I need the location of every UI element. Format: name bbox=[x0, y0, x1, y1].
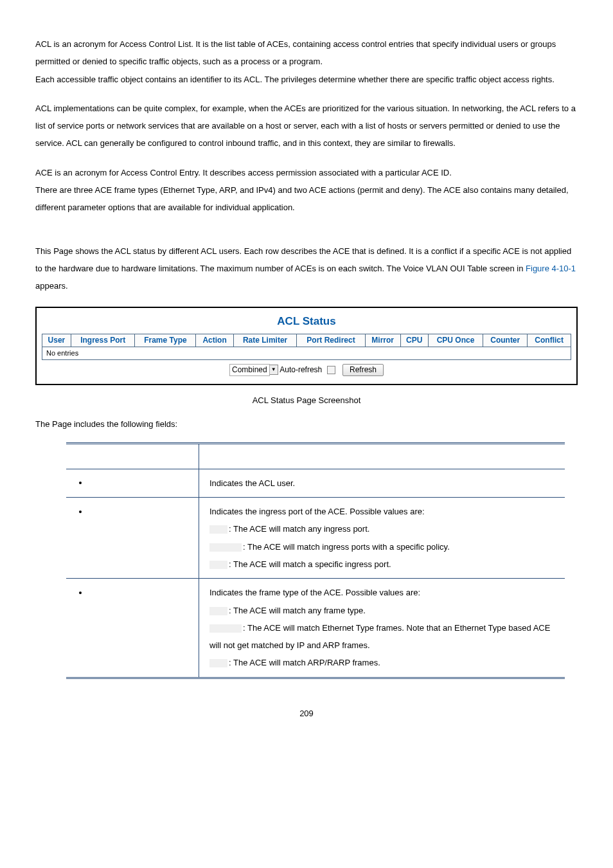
bullet-icon bbox=[79, 511, 82, 513]
col-ingress-port: Ingress Port bbox=[71, 334, 135, 347]
bullet-icon bbox=[79, 592, 82, 594]
value-placeholder-icon bbox=[209, 607, 227, 615]
table-row: Indicates the frame type of the ACE. Pos… bbox=[66, 579, 565, 678]
value-placeholder-icon bbox=[209, 624, 242, 633]
col-port-redirect: Port Redirect bbox=[297, 334, 365, 347]
screenshot-controls: Combined▼ Auto-refresh Refresh bbox=[42, 364, 571, 377]
auto-refresh-checkbox[interactable] bbox=[327, 366, 335, 374]
table-header-row: User Ingress Port Frame Type Action Rate… bbox=[42, 334, 571, 347]
field-user-label bbox=[66, 469, 199, 497]
fields-lead: The Page includes the following fields: bbox=[35, 415, 578, 433]
field-frame-label bbox=[66, 579, 199, 678]
auto-refresh-label: Auto-refresh bbox=[280, 365, 322, 374]
paragraph-page-intro: This Page shows the ACL status by differ… bbox=[35, 242, 578, 295]
field-ingress-desc: Indicates the ingress port of the ACE. P… bbox=[199, 498, 565, 579]
value-placeholder-icon bbox=[209, 659, 227, 667]
field-user-desc: Indicates the ACL user. bbox=[199, 469, 565, 497]
page-number: 209 bbox=[35, 705, 578, 722]
field-frame-desc: Indicates the frame type of the ACE. Pos… bbox=[199, 579, 565, 678]
figure-caption: ACL Status Page Screenshot bbox=[35, 392, 578, 409]
col-mirror: Mirror bbox=[365, 334, 400, 347]
table-row: Indicates the ingress port of the ACE. P… bbox=[66, 498, 565, 579]
paragraph-acl-intro: ACL is an acronym for Access Control Lis… bbox=[35, 35, 578, 88]
paragraph-acl-complex: ACL implementations can be quite complex… bbox=[35, 100, 578, 152]
fields-table: Indicates the ACL user. Indicates the in… bbox=[66, 442, 565, 679]
paragraph-ace: ACE is an acronym for Access Control Ent… bbox=[35, 164, 578, 217]
col-frame-type: Frame Type bbox=[135, 334, 196, 347]
col-cpu-once: CPU Once bbox=[428, 334, 483, 347]
bullet-icon bbox=[79, 482, 82, 484]
table-row: Indicates the ACL user. bbox=[66, 469, 565, 497]
no-entries-cell: No entries bbox=[42, 347, 571, 359]
col-counter: Counter bbox=[483, 334, 528, 347]
acl-status-table: User Ingress Port Frame Type Action Rate… bbox=[42, 334, 571, 360]
refresh-button[interactable]: Refresh bbox=[342, 364, 384, 377]
col-conflict: Conflict bbox=[528, 334, 571, 347]
col-user: User bbox=[42, 334, 71, 347]
col-action: Action bbox=[196, 334, 233, 347]
chevron-down-icon[interactable]: ▼ bbox=[270, 365, 278, 375]
field-ingress-label bbox=[66, 498, 199, 579]
table-row: No entries bbox=[42, 347, 571, 359]
figure-reference: Figure 4-10-1 bbox=[526, 264, 576, 273]
col-cpu: CPU bbox=[400, 334, 428, 347]
user-select[interactable]: Combined bbox=[229, 364, 270, 377]
fields-header-row bbox=[66, 443, 565, 469]
acl-status-screenshot: ACL Status User Ingress Port Frame Type … bbox=[35, 307, 578, 386]
value-placeholder-icon bbox=[209, 561, 227, 569]
value-placeholder-icon bbox=[209, 525, 227, 534]
value-placeholder-icon bbox=[209, 543, 242, 552]
col-rate-limiter: Rate Limiter bbox=[233, 334, 297, 347]
screenshot-title: ACL Status bbox=[42, 314, 571, 329]
